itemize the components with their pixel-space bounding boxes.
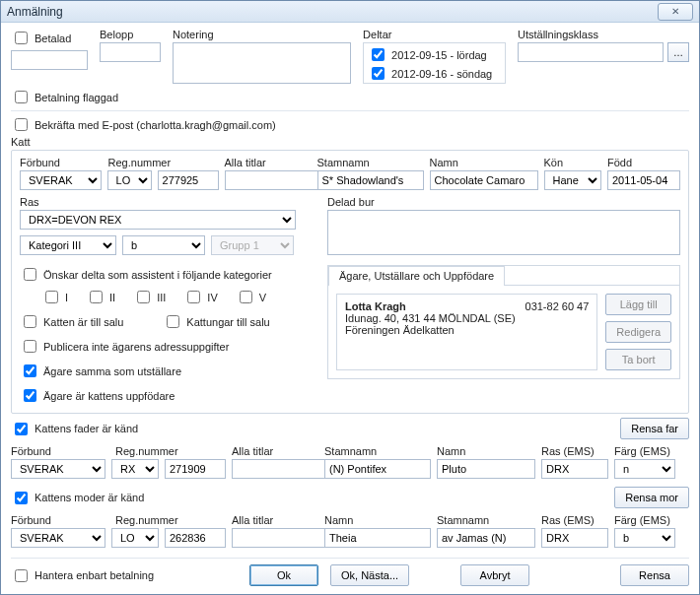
mother-namn-input[interactable]: [324, 528, 431, 548]
deltar-day-0-checkbox[interactable]: [372, 48, 385, 61]
betalning-flaggad-label: Betalning flaggad: [35, 92, 118, 103]
till-salu-label: Katten är till salu: [43, 316, 123, 328]
mother-forbund-label: Förbund: [11, 514, 105, 526]
katt-kategori-select[interactable]: Kategori III: [20, 235, 116, 255]
rensa-button[interactable]: Rensa: [620, 564, 689, 586]
deltar-day-1-checkbox[interactable]: [372, 67, 385, 80]
katt-legend: Katt: [11, 136, 689, 148]
katt-fodd-input[interactable]: [607, 170, 680, 190]
utstallningsklass-browse-button[interactable]: …: [667, 42, 689, 62]
mother-regprefix-select[interactable]: LO: [111, 528, 159, 548]
father-namn-label: Namn: [437, 445, 535, 457]
father-stamnamn-label: Stamnamn: [324, 445, 431, 457]
katt-grupp-select: Grupp 1: [211, 235, 294, 255]
betalad-input[interactable]: [11, 50, 88, 70]
owner-phone: 031-82 60 47: [525, 300, 590, 312]
agare-samma-label: Ägare samma som utställare: [43, 365, 181, 377]
mother-known-checkbox[interactable]: [15, 492, 28, 504]
assist-checkbox[interactable]: [24, 268, 36, 281]
notering-textarea[interactable]: [173, 42, 351, 84]
mother-regnummer-input[interactable]: [165, 528, 226, 548]
hantera-betalning-checkbox[interactable]: [15, 569, 28, 582]
ok-next-button[interactable]: Ok, Nästa...: [330, 564, 409, 586]
assist-V-checkbox[interactable]: [240, 291, 252, 303]
mother-forbund-select[interactable]: SVERAK: [11, 528, 105, 548]
katt-fodd-label: Född: [607, 157, 680, 168]
bekrafta-epost-checkbox[interactable]: [15, 118, 28, 131]
mother-farg-select[interactable]: b: [614, 528, 675, 548]
father-forbund-label: Förbund: [11, 445, 105, 457]
father-ras-input[interactable]: [541, 459, 608, 479]
mother-known-label: Kattens moder är känd: [35, 492, 144, 503]
utstallningsklass-input[interactable]: [518, 42, 664, 62]
assist-II-checkbox[interactable]: [90, 291, 103, 303]
delad-bur-label: Delad bur: [327, 196, 680, 208]
tab-owners[interactable]: Ägare, Utställare och Uppfödare: [328, 266, 505, 286]
delad-bur-textarea[interactable]: [327, 210, 680, 255]
katt-kon-label: Kön: [544, 157, 601, 168]
mother-stamnamn-label: Stamnamn: [437, 514, 535, 526]
utstallningsklass-label: Utställningsklass: [518, 29, 689, 40]
father-known-checkbox[interactable]: [15, 423, 28, 435]
father-regnummer-label: Reg.nummer: [115, 445, 226, 457]
close-icon[interactable]: ✕: [658, 3, 693, 21]
owner-edit-button: Redigera: [605, 321, 671, 343]
agare-uppfodare-checkbox[interactable]: [24, 389, 36, 402]
deltar-label: Deltar: [363, 29, 506, 40]
rensa-far-button[interactable]: Rensa far: [620, 418, 689, 439]
deltar-day-0-label: 2012-09-15 - lördag: [391, 49, 487, 61]
till-salu-checkbox[interactable]: [24, 315, 36, 328]
mother-alla-titlar-label: Alla titlar: [232, 514, 318, 526]
window-title: Anmälning: [7, 5, 658, 19]
father-farg-label: Färg (EMS): [614, 445, 675, 457]
father-regprefix-select[interactable]: RX: [111, 459, 159, 479]
belopp-label: Belopp: [100, 29, 161, 40]
bekrafta-epost-label: Bekräfta med E-post (charlotta.kragh@gma…: [35, 119, 276, 131]
publicera-label: Publicera inte ägarens adressuppgifter: [43, 341, 229, 353]
owner-delete-button: Ta bort: [605, 349, 671, 370]
assist-label: Önskar delta som assistent i följande ka…: [43, 269, 272, 281]
katt-regnummer-input[interactable]: [158, 170, 219, 190]
assist-I-checkbox[interactable]: [45, 291, 58, 303]
ok-button[interactable]: Ok: [249, 564, 318, 586]
katt-regprefix-select[interactable]: LO: [107, 170, 152, 190]
owner-name: Lotta Kragh: [345, 300, 406, 312]
hantera-betalning-label: Hantera enbart betalning: [35, 569, 154, 581]
assist-III-checkbox[interactable]: [137, 291, 150, 303]
katt-namn-input[interactable]: [430, 170, 538, 190]
katt-forbund-select[interactable]: SVERAK: [20, 170, 102, 190]
kattungar-till-salu-label: Kattungar till salu: [186, 316, 269, 328]
katt-forbund-label: Förbund: [20, 157, 102, 168]
belopp-input[interactable]: [100, 42, 161, 62]
katt-kon-select[interactable]: Hane: [544, 170, 601, 190]
assist-IV-checkbox[interactable]: [187, 291, 200, 303]
father-regnummer-input[interactable]: [165, 459, 226, 479]
katt-ras-label: Ras: [20, 196, 315, 208]
father-forbund-select[interactable]: SVERAK: [11, 459, 105, 479]
mother-namn-label: Namn: [324, 514, 431, 526]
katt-stamnamn-input[interactable]: [317, 170, 424, 190]
katt-regnummer-label: Reg.nummer: [108, 157, 219, 168]
owner-address: Idunag. 40, 431 44 MÖLNDAL (SE): [345, 312, 589, 324]
katt-alla-titlar-label: Alla titlar: [225, 157, 312, 168]
mother-farg-label: Färg (EMS): [614, 514, 675, 526]
katt-farg-select[interactable]: b: [122, 235, 205, 255]
betalning-flaggad-checkbox[interactable]: [15, 91, 28, 103]
father-stamnamn-input[interactable]: [324, 459, 431, 479]
notering-label: Notering: [173, 29, 351, 40]
betalad-checkbox[interactable]: [15, 32, 28, 44]
katt-ras-select[interactable]: DRX=DEVON REX: [20, 210, 296, 230]
publicera-checkbox[interactable]: [24, 340, 36, 353]
avbryt-button[interactable]: Avbryt: [460, 564, 529, 586]
betalad-label: Betalad: [35, 33, 71, 44]
katt-stamnamn-label: Stamnamn: [317, 157, 424, 168]
mother-stamnamn-input[interactable]: [437, 528, 535, 548]
father-farg-select[interactable]: n: [614, 459, 675, 479]
kattungar-till-salu-checkbox[interactable]: [167, 315, 179, 328]
mother-ras-input[interactable]: [541, 528, 608, 548]
rensa-mor-button[interactable]: Rensa mor: [614, 487, 689, 508]
deltar-day-1-label: 2012-09-16 - söndag: [391, 68, 492, 80]
father-namn-input[interactable]: [437, 459, 535, 479]
agare-samma-checkbox[interactable]: [24, 364, 36, 377]
owner-org: Föreningen Ädelkatten: [345, 324, 589, 336]
